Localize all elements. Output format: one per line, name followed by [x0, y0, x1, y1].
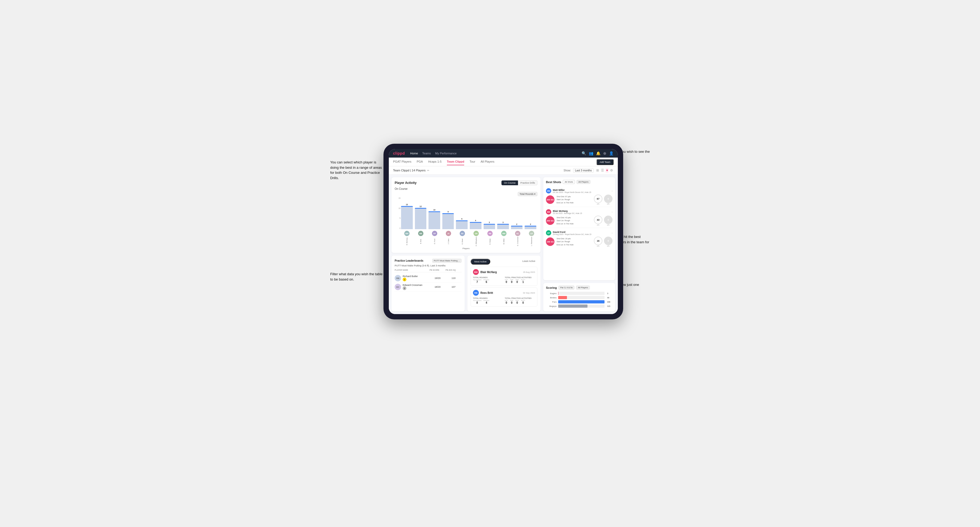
- y-label-10: 10: [398, 207, 401, 209]
- chart-header: Total Rounds ▾: [395, 192, 538, 196]
- scoring-players-filter[interactable]: All Players: [576, 286, 590, 290]
- player-avatar-5: GB: [474, 231, 479, 236]
- search-icon[interactable]: 🔍: [582, 151, 586, 156]
- heart-view-icon[interactable]: ♥: [606, 168, 609, 173]
- player-name-label-5: G. Billingham: [476, 237, 477, 246]
- player-name-label-0: B. McHarg: [406, 237, 408, 246]
- player-info-2: EC Edward Crossman 2: [395, 284, 430, 290]
- shot-item-1[interactable]: MM Matt Miller 09 Jun 2023 · Royal North…: [546, 186, 612, 207]
- shot-name-mm: Matt Miller: [553, 189, 591, 191]
- subnav-hcaps[interactable]: Hcaps 1-5: [428, 160, 442, 165]
- users-icon[interactable]: 👥: [589, 151, 593, 156]
- player-avatar-1: BB: [418, 231, 423, 236]
- on-course-btn[interactable]: On Course: [501, 181, 518, 185]
- player-activity-title: Player Activity: [395, 181, 417, 185]
- bar-1: [415, 208, 426, 229]
- scoring-label-eagles: Eagles: [546, 292, 557, 295]
- nav-home[interactable]: Home: [410, 152, 418, 155]
- scoring-par-filter[interactable]: Par 3, 4 & 5s: [558, 286, 574, 290]
- shot-detail-mm: 09 Jun 2023 · Royal North Devon GC, Hole…: [553, 191, 591, 193]
- bar-value-2: 10: [433, 209, 435, 211]
- player-avatar-item-3: JC J. Coles: [442, 231, 454, 246]
- leaderboard-row-1[interactable]: RB Richard Butler 1 19/20 110: [395, 274, 461, 283]
- pa-practice-activities-bm: Total Practice Activities GTT 0 APP: [505, 276, 535, 284]
- subnav-pga[interactable]: PGA: [417, 160, 423, 165]
- bar-5: [470, 222, 482, 229]
- annotation-bottom-left: Filter what data you wish the table to b…: [330, 271, 383, 282]
- sub-nav: PGAT Players PGA Hcaps 1-5 Team Clippd T…: [389, 157, 618, 167]
- bar-group-0: 13: [401, 204, 413, 229]
- practice-title: Practice Leaderboards: [395, 259, 423, 262]
- most-active-player-1[interactable]: BM Blair McHarg 26 Aug 2023 Total Rounds: [471, 267, 538, 286]
- shot-name-bm: Blair McHarg: [553, 210, 582, 213]
- shot-badge-mm: 200 SG: [546, 195, 554, 204]
- nav-my-performance[interactable]: My Performance: [435, 152, 457, 155]
- best-shots-card: Best Shots All Shots All Players MM Matt…: [543, 177, 615, 280]
- pa-practice-bm: 6: [484, 281, 490, 284]
- add-team-button[interactable]: Add Team: [597, 159, 614, 165]
- pa-date-rb: 02 Sep 2023: [523, 292, 535, 294]
- grid-view-icon[interactable]: ⊞: [596, 168, 600, 173]
- scoring-bar-bg-eagles: [558, 292, 605, 295]
- bottom-cards: Practice Leaderboards PUTT Must Make Put…: [391, 256, 541, 311]
- pa-practice-rb: 4: [484, 301, 490, 304]
- player-avatar-3: JC: [446, 231, 451, 236]
- settings-view-icon[interactable]: ⚙: [609, 168, 614, 173]
- bar-highlight-1: [415, 208, 426, 209]
- shot-detail-df: 24 Aug 2023 · Royal North Devon GC, Hole…: [553, 233, 592, 235]
- least-active-tab[interactable]: Least Active: [520, 259, 538, 265]
- bar-highlight-2: [428, 211, 440, 212]
- subnav-team-clippd[interactable]: Team Clippd: [447, 160, 464, 165]
- right-col: Best Shots All Shots All Players MM Matt…: [543, 175, 618, 314]
- team-header-right: Show: Last 3 months ⊞ ☰ ♥ ⚙: [563, 168, 614, 173]
- pa-header-2: RB Rees Britt 02 Sep 2023: [473, 290, 535, 296]
- subnav-tour[interactable]: Tour: [469, 160, 475, 165]
- subnav-pgat[interactable]: PGAT Players: [393, 160, 412, 165]
- edit-icon[interactable]: ✏: [427, 169, 429, 172]
- shot-metric-zero-mm: 0: [604, 195, 612, 203]
- subnav-all-players[interactable]: All Players: [481, 160, 495, 165]
- shot-details-df: Shot Dist: 16 yds Start Lie: Rough End L…: [557, 237, 592, 246]
- leaderboard-row-2[interactable]: EC Edward Crossman 2 18/20 107: [395, 283, 461, 291]
- nav-teams[interactable]: Teams: [422, 152, 431, 155]
- player-name-label-1: B. Britt: [420, 237, 422, 246]
- pa-practice-activities-rb: Total Practice Activities GTT 0 APP: [505, 297, 535, 304]
- player-avatar-2: DF: [432, 231, 437, 236]
- player-avatar-rb: RB: [395, 275, 401, 281]
- player-avatar-item-7: MM M. Miller: [498, 231, 510, 246]
- shot-avatar-bm: BM: [546, 209, 551, 214]
- page-wrapper: You can select which player is doing the…: [330, 144, 650, 383]
- user-avatar-icon[interactable]: 👤: [609, 151, 614, 156]
- shot-badge-df: 198 SG: [546, 237, 554, 246]
- shot-chevron-mm: ›: [612, 189, 612, 192]
- col-pb-avg-sq: PB Avg SQ: [445, 269, 461, 271]
- bar-group-8: 2: [511, 223, 523, 229]
- scoring-title: Scoring: [546, 286, 557, 289]
- scoring-val-birdies: 96: [607, 297, 612, 298]
- pa-putt-bm: 1: [521, 281, 525, 284]
- bar-group-5: 4: [470, 220, 482, 229]
- show-select-dropdown[interactable]: Last 3 months: [573, 168, 593, 173]
- all-shots-filter[interactable]: All Shots: [563, 180, 575, 184]
- scoring-bar-eagles: [558, 292, 558, 295]
- most-active-tab[interactable]: Most Active: [471, 259, 490, 265]
- shot-item-2[interactable]: BM Blair McHarg 23 Jul 2023 · Ashridge G…: [546, 207, 612, 228]
- col-player-name: Player Name: [395, 269, 430, 271]
- bell-icon[interactable]: 🔔: [596, 151, 600, 156]
- player-activity-card: Player Activity On Course Practice Drill…: [391, 177, 541, 253]
- pa-avatar-bm: BM: [473, 269, 479, 275]
- plus-circle-icon[interactable]: ⊕: [603, 151, 606, 156]
- avg-sq-rb: 110: [445, 277, 461, 279]
- practice-filter-btn[interactable]: PUTT Must Make Putting ...: [432, 259, 461, 263]
- shot-chevron-df: ›: [612, 232, 612, 235]
- bar-value-5: 4: [475, 220, 476, 221]
- shot-badge-bm: 200 SG: [546, 216, 554, 225]
- player-avatar-item-2: DF D. Ford: [429, 231, 441, 246]
- shot-item-3[interactable]: DF David Ford 24 Aug 2023 · Royal North …: [546, 228, 612, 249]
- most-active-player-2[interactable]: RB Rees Britt 02 Sep 2023 Total Rounds: [471, 287, 538, 306]
- list-view-icon[interactable]: ☰: [600, 168, 605, 173]
- all-players-filter[interactable]: All Players: [577, 180, 590, 184]
- player-avatar-8: EC: [515, 231, 520, 236]
- practice-drills-btn[interactable]: Practice Drills: [518, 181, 538, 185]
- total-rounds-filter[interactable]: Total Rounds ▾: [518, 192, 538, 196]
